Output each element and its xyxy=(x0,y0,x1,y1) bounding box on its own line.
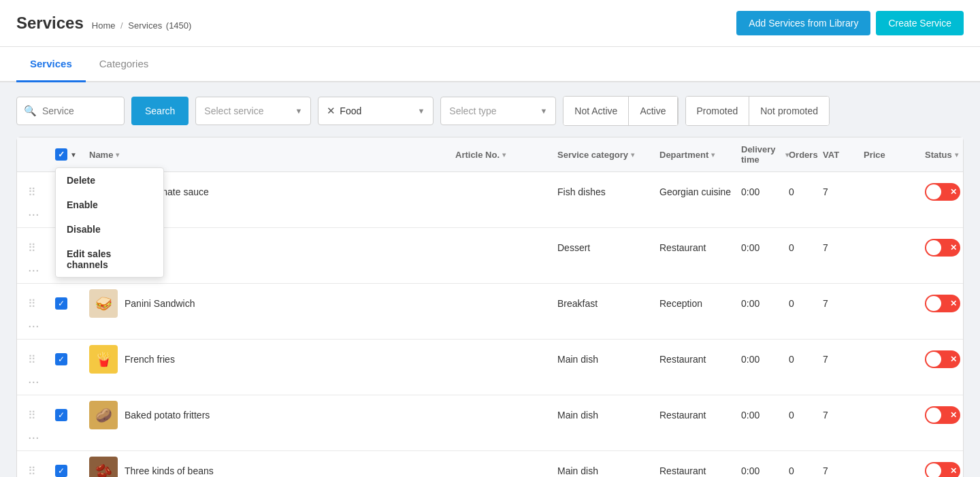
status-cell: ✕ xyxy=(925,462,952,477)
row-checkbox[interactable]: ✓ xyxy=(55,297,67,310)
toggle-knob xyxy=(926,408,941,423)
drag-handle[interactable]: ⠿ xyxy=(28,186,55,199)
status-toggle[interactable]: ✕ xyxy=(925,295,960,312)
services-table: ✓ ▼ Delete Enable Disable Edit sales cha… xyxy=(16,137,964,477)
row-actions[interactable]: ··· xyxy=(28,318,55,333)
item-thumbnail: 🍟 xyxy=(89,345,118,374)
delivery-col-header[interactable]: Delivery time ▾ xyxy=(741,144,789,165)
breadcrumb-sep: / xyxy=(120,20,123,31)
status-cell: ✕ xyxy=(925,295,952,312)
select-all-checkbox[interactable]: ✓ xyxy=(55,148,67,161)
header-buttons: Add Services from Library Create Service xyxy=(736,11,964,35)
delivery-cell: 0:00 xyxy=(741,410,789,421)
name-col-header[interactable]: Name ▾ xyxy=(89,150,455,160)
orders-cell: 0 xyxy=(789,186,823,197)
item-name: Panini Sandwich xyxy=(125,298,195,309)
tab-categories[interactable]: Categories xyxy=(86,47,163,82)
create-service-button[interactable]: Create Service xyxy=(876,11,964,35)
toggle-knob xyxy=(926,352,941,367)
search-box: 🔍 xyxy=(16,97,125,125)
promoted-toggle[interactable]: Promoted xyxy=(686,97,750,125)
toggle-knob xyxy=(926,240,941,255)
status-toggle[interactable]: ✕ xyxy=(925,183,960,201)
delivery-cell: 0:00 xyxy=(741,186,789,197)
sort-icon-cat: ▾ xyxy=(631,151,634,159)
row-checkbox[interactable]: ✓ xyxy=(55,465,67,477)
table-row: ⠿ ✓ 🍟 French fries Main dish Restaurant … xyxy=(17,340,963,395)
delivery-cell: 0:00 xyxy=(741,465,789,476)
row-checkbox[interactable]: ✓ xyxy=(55,353,67,365)
breadcrumb-home: Home xyxy=(92,20,116,31)
status-col-header[interactable]: Status ▾ xyxy=(925,150,952,160)
search-button[interactable]: Search xyxy=(131,97,189,125)
item-thumbnail: 🥪 xyxy=(89,289,118,318)
menu-item-enable[interactable]: Enable xyxy=(56,193,163,217)
row-actions[interactable]: ··· xyxy=(28,262,55,278)
row-actions[interactable]: ··· xyxy=(28,206,55,222)
filter-bar: 🔍 Search Select service ▼ ✕ Food ▼ Selec… xyxy=(16,96,964,126)
status-toggle-group: Not Active Active xyxy=(563,96,678,126)
menu-item-disable[interactable]: Disable xyxy=(56,217,163,242)
sort-icon: ▾ xyxy=(116,151,119,159)
select-type-dropdown[interactable]: Select type ▼ xyxy=(440,97,556,125)
drag-handle[interactable]: ⠿ xyxy=(28,297,55,310)
department-col-header[interactable]: Department ▾ xyxy=(659,150,741,160)
status-cell: ✕ xyxy=(925,406,952,424)
vat-cell: 7 xyxy=(823,354,864,365)
toggle-knob xyxy=(926,296,941,311)
bulk-action-dropdown: Delete Enable Disable Edit sales channel… xyxy=(55,167,164,278)
checkbox-dropdown-arrow[interactable]: ▼ xyxy=(70,151,77,159)
department-cell: Restaurant xyxy=(659,354,741,365)
select-service-label: Select service xyxy=(204,105,263,116)
search-icon: 🔍 xyxy=(24,105,37,117)
status-toggle[interactable]: ✕ xyxy=(925,406,960,424)
orders-cell: 0 xyxy=(789,465,823,476)
page-header: Services Home / Services (1450) Add Serv… xyxy=(0,0,980,47)
orders-cell: 0 xyxy=(789,242,823,253)
delivery-cell: 0:00 xyxy=(741,354,789,365)
select-type-label: Select type xyxy=(449,105,496,116)
search-input[interactable] xyxy=(42,105,117,116)
item-name-cell: 🍟 French fries xyxy=(89,345,455,374)
row-actions[interactable]: ··· xyxy=(28,429,55,445)
category-cell: Main dish xyxy=(557,410,659,421)
menu-item-delete[interactable]: Delete xyxy=(56,168,163,193)
menu-item-edit-sales[interactable]: Edit sales channels xyxy=(56,242,163,277)
row-checkbox[interactable]: ✓ xyxy=(55,409,67,421)
select-service-dropdown[interactable]: Select service ▼ xyxy=(195,97,311,125)
chevron-down-icon-food: ▼ xyxy=(417,107,425,115)
food-filter-chip[interactable]: ✕ Food ▼ xyxy=(318,97,434,125)
header-left: Services Home / Services (1450) xyxy=(16,14,191,33)
orders-col-header: Orders xyxy=(789,150,823,160)
not-active-toggle[interactable]: Not Active xyxy=(564,97,629,125)
checkbox-header-wrapper: ✓ ▼ Delete Enable Disable Edit sales cha… xyxy=(55,148,89,161)
category-col-header[interactable]: Service category ▾ xyxy=(557,150,659,160)
drag-handle[interactable]: ⠿ xyxy=(28,409,55,422)
sort-icon-article: ▾ xyxy=(502,151,506,159)
item-thumbnail: 🫘 xyxy=(89,457,118,477)
drag-handle[interactable]: ⠿ xyxy=(28,353,55,366)
item-name-cell: 🥔 Baked potato fritters xyxy=(89,401,455,429)
status-toggle[interactable]: ✕ xyxy=(925,350,960,368)
toggle-x-icon: ✕ xyxy=(950,410,957,420)
page-title: Services xyxy=(16,14,84,33)
add-library-button[interactable]: Add Services from Library xyxy=(736,11,870,35)
drag-handle[interactable]: ⠿ xyxy=(28,465,55,478)
toggle-x-icon: ✕ xyxy=(950,187,957,197)
chevron-down-icon: ▼ xyxy=(295,107,302,115)
vat-cell: 7 xyxy=(823,465,864,476)
category-cell: Breakfast xyxy=(557,298,659,309)
active-toggle[interactable]: Active xyxy=(629,97,677,125)
article-col-header[interactable]: Article No. ▾ xyxy=(455,150,557,160)
department-cell: Reception xyxy=(659,298,741,309)
remove-food-icon[interactable]: ✕ xyxy=(327,105,336,117)
department-cell: Restaurant xyxy=(659,410,741,421)
drag-handle[interactable]: ⠿ xyxy=(28,242,55,254)
row-actions[interactable]: ··· xyxy=(28,374,55,389)
tab-services[interactable]: Services xyxy=(16,47,86,82)
status-toggle[interactable]: ✕ xyxy=(925,462,960,477)
status-toggle[interactable]: ✕ xyxy=(925,239,960,257)
orders-cell: 0 xyxy=(789,298,823,309)
department-cell: Restaurant xyxy=(659,465,741,476)
not-promoted-toggle[interactable]: Not promoted xyxy=(749,97,829,125)
